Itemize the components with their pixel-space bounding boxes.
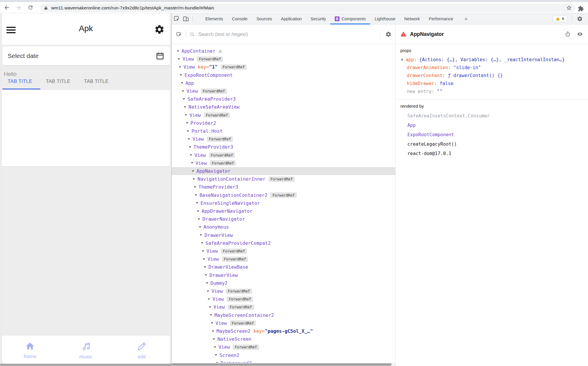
expand-arrow-icon[interactable] (213, 338, 215, 340)
tree-row-safeareaprovidercompat2[interactable]: SafeAreaProviderCompat2 (172, 239, 395, 247)
expand-arrow-icon[interactable] (199, 226, 201, 228)
devtools-settings-gear-icon[interactable] (575, 14, 584, 24)
tree-row-view[interactable]: ViewForwardRef (172, 87, 395, 95)
expand-arrow-icon[interactable] (206, 282, 208, 284)
tree-row-background2[interactable]: Background2 (172, 359, 395, 363)
devtools-tab-application[interactable]: Application (276, 13, 306, 24)
tree-row-appnavigator[interactable]: AppNavigator (172, 167, 395, 175)
expand-arrow-icon[interactable] (196, 202, 198, 204)
prop-row-hideDrawer[interactable]: hideDrawer:false (400, 79, 583, 87)
expand-arrow-icon[interactable] (186, 122, 188, 124)
prop-value[interactable]: "" (437, 89, 442, 94)
prop-row-drawerContent[interactable]: drawerContent:ƒ drawerContent() {} (400, 71, 583, 79)
extensions-puzzle-icon[interactable] (578, 6, 584, 12)
expand-arrow-icon[interactable] (180, 74, 182, 76)
tree-row-screen2[interactable]: Screen2 (172, 351, 395, 359)
expand-arrow-icon[interactable] (200, 234, 202, 236)
search-input[interactable]: Search (text or /regex/) (198, 31, 248, 37)
tree-row-view[interactable]: ViewForwardRef (172, 247, 395, 255)
expand-arrow-icon[interactable] (195, 194, 197, 196)
prop-row-drawerAnimation[interactable]: drawerAnimation:"slide-in" (400, 64, 583, 71)
expand-arrow-icon[interactable] (194, 186, 196, 188)
tree-row-view[interactable]: ViewForwardRef (172, 255, 395, 263)
tree-row-view[interactable]: ViewForwardRef (172, 343, 395, 351)
tree-row-view[interactable]: Viewkey="1"ForwardRef (172, 63, 395, 71)
forward-button[interactable] (14, 3, 24, 13)
expand-arrow-icon[interactable] (183, 98, 185, 100)
devtools-tab-network[interactable]: Network (400, 13, 424, 24)
tree-row-maybescreencontainer2[interactable]: MaybeScreenContainer2 (172, 311, 395, 319)
expand-arrow-icon[interactable] (193, 178, 195, 180)
expand-arrow-icon[interactable] (210, 314, 212, 316)
back-button[interactable] (2, 3, 12, 13)
expand-arrow-icon[interactable] (201, 242, 203, 244)
expand-arrow-icon[interactable] (182, 90, 184, 92)
expand-arrow-icon[interactable] (203, 258, 205, 260)
bookmark-star-icon[interactable] (566, 5, 572, 11)
reload-button[interactable] (25, 3, 35, 13)
expand-arrow-icon[interactable] (208, 298, 210, 300)
tree-row-maybescreen2[interactable]: MaybeScreen2key="pages-gC5ol_X_…" (172, 327, 395, 335)
tree-row-provider2[interactable]: Provider2 (172, 119, 395, 127)
devtools-tab-elements[interactable]: Elements (201, 13, 227, 24)
nav-item-edit[interactable]: edit (114, 336, 170, 365)
expand-arrow-icon[interactable] (178, 58, 180, 60)
calendar-icon[interactable] (156, 51, 164, 60)
expand-arrow-icon[interactable] (212, 330, 214, 332)
expand-arrow-icon[interactable] (197, 210, 199, 212)
rendered-by-item[interactable]: ExpoRootComponent (400, 130, 583, 139)
tree-row-exporootcomponent[interactable]: ExpoRootComponent (172, 71, 395, 79)
app-tab-1[interactable]: TAB TITLE (8, 79, 32, 84)
tree-row-drawerview[interactable]: DrawerView (172, 271, 395, 279)
expand-arrow-icon[interactable] (211, 322, 213, 324)
nav-item-music[interactable]: music (58, 336, 114, 365)
expand-arrow-icon[interactable] (192, 170, 194, 172)
tree-row-view[interactable]: ViewForwardRef (172, 303, 395, 311)
expand-arrow-icon[interactable] (207, 290, 209, 292)
devtools-tab-lighthouse[interactable]: Lighthouse (370, 13, 400, 24)
app-tab-3[interactable]: TAB TITLE (84, 79, 109, 84)
tree-row-themeprovider3[interactable]: ThemeProvider3 (172, 183, 395, 191)
view-dom-eye-icon[interactable] (577, 31, 583, 37)
inspect-element-icon[interactable] (172, 14, 181, 24)
devtools-tab-console[interactable]: Console (227, 13, 252, 24)
tree-scrollbar-thumb[interactable] (172, 363, 392, 366)
tree-row-safeareaprovider3[interactable]: SafeAreaProvider3 (172, 95, 395, 103)
tree-row-view[interactable]: ViewForwardRef (172, 55, 395, 63)
tree-row-view[interactable]: ViewForwardRef (172, 151, 395, 159)
devtools-tab-performance[interactable]: Performance (424, 13, 458, 24)
expand-arrow-icon[interactable] (184, 106, 186, 108)
tree-row-appdrawernavigator[interactable]: AppDrawerNavigator (172, 207, 395, 215)
devtools-tab-sources[interactable]: Sources (252, 13, 276, 24)
expand-arrow-icon[interactable] (402, 59, 403, 61)
tree-row-drawerview[interactable]: DrawerView (172, 231, 395, 239)
devtools-tab-components[interactable]: Components (330, 13, 370, 24)
expand-arrow-icon[interactable] (215, 354, 217, 356)
tree-row-anonymous[interactable]: Anonymous (172, 223, 395, 231)
tree-row-view[interactable]: ViewForwardRef (172, 319, 395, 327)
expand-arrow-icon[interactable] (185, 114, 187, 116)
tree-row-view[interactable]: ViewForwardRef (172, 287, 395, 295)
prop-row-new-entry[interactable]: new entry:"" (400, 87, 583, 95)
nav-item-home[interactable]: home (2, 336, 58, 365)
select-element-icon[interactable] (176, 31, 182, 37)
date-picker-field[interactable]: Select date (2, 46, 170, 65)
tree-row-view[interactable]: ViewForwardRef (172, 159, 395, 167)
tree-row-themeprovider3[interactable]: ThemeProvider3 (172, 143, 395, 151)
profiler-stopwatch-icon[interactable] (565, 31, 571, 37)
expand-arrow-icon[interactable] (179, 66, 181, 68)
expand-arrow-icon[interactable] (177, 50, 179, 52)
device-toolbar-icon[interactable] (181, 14, 191, 24)
tree-row-ensuresinglenavigator[interactable]: EnsureSingleNavigator (172, 199, 395, 207)
tree-row-nativescreen[interactable]: NativeScreen (172, 335, 395, 343)
expand-arrow-icon[interactable] (190, 154, 192, 156)
expand-arrow-icon[interactable] (189, 146, 191, 148)
tree-row-navigationcontainerinner[interactable]: NavigationContainerInnerForwardRef (172, 175, 395, 183)
app-settings-gear-icon[interactable] (154, 24, 165, 35)
tree-settings-gear-icon[interactable] (384, 29, 393, 39)
url-bar[interactable]: wm11.wavemakeronline.com/run-7x9x2d8c1p/… (40, 4, 575, 12)
expand-arrow-icon[interactable] (191, 162, 193, 164)
expand-arrow-icon[interactable] (205, 274, 207, 276)
tree-row-app[interactable]: App (172, 79, 395, 87)
tree-row-portal.host[interactable]: Portal.Host (172, 127, 395, 135)
